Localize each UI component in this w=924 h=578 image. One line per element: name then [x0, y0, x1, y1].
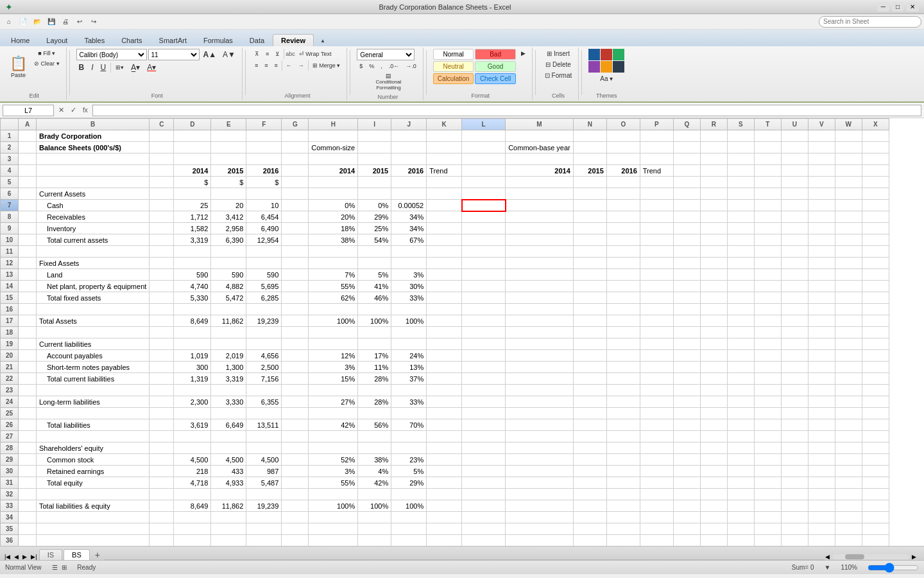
- cell-N17[interactable]: [573, 315, 606, 327]
- cell-A26[interactable]: [19, 419, 37, 431]
- cell-O18[interactable]: [606, 327, 640, 338]
- cell-L7[interactable]: [462, 200, 506, 211]
- number-format-select[interactable]: General: [357, 49, 415, 60]
- cell-A36[interactable]: [19, 535, 37, 547]
- cell-E10[interactable]: 6,390: [211, 234, 246, 246]
- cell-F15[interactable]: 6,285: [246, 292, 282, 304]
- font-increase-btn[interactable]: A▲: [201, 49, 219, 60]
- cell-U26[interactable]: [781, 419, 808, 431]
- cell-K26[interactable]: [427, 419, 462, 431]
- col-header-T[interactable]: T: [754, 119, 781, 130]
- sheet-nav-last[interactable]: ▶|: [29, 554, 38, 560]
- cell-D15[interactable]: 5,330: [174, 292, 211, 304]
- cell-T25[interactable]: [754, 408, 781, 419]
- cell-V3[interactable]: [808, 153, 835, 165]
- cell-P14[interactable]: [640, 281, 673, 292]
- col-header-S[interactable]: S: [727, 119, 754, 130]
- cell-P18[interactable]: [640, 327, 673, 338]
- cell-M33[interactable]: [506, 500, 574, 512]
- cell-K28[interactable]: [427, 442, 462, 454]
- cell-V8[interactable]: [808, 211, 835, 223]
- fill-button[interactable]: ■ Fill ▾: [31, 49, 62, 58]
- cell-X27[interactable]: [862, 431, 889, 442]
- row-header-9[interactable]: 9: [1, 223, 19, 234]
- cell-G32[interactable]: [282, 489, 309, 500]
- cell-G16[interactable]: [282, 304, 309, 315]
- cell-O5[interactable]: [606, 177, 640, 188]
- cell-H8[interactable]: 20%: [309, 211, 358, 223]
- row-header-19[interactable]: 19: [1, 338, 19, 350]
- cell-T32[interactable]: [754, 489, 781, 500]
- cell-K35[interactable]: [427, 523, 462, 535]
- cell-K36[interactable]: [427, 535, 462, 547]
- cell-Q1[interactable]: [673, 130, 700, 142]
- search-sheet-input[interactable]: [819, 16, 921, 28]
- cell-W25[interactable]: [835, 408, 862, 419]
- cell-G27[interactable]: [282, 431, 309, 442]
- cell-J16[interactable]: [391, 304, 427, 315]
- cell-F25[interactable]: [246, 408, 282, 419]
- cell-P1[interactable]: [640, 130, 673, 142]
- cell-E36[interactable]: [211, 535, 246, 547]
- cell-J30[interactable]: 5%: [391, 466, 427, 477]
- cell-X34[interactable]: [862, 512, 889, 523]
- cell-U2[interactable]: [781, 142, 808, 153]
- row-header-2[interactable]: 2: [1, 142, 19, 153]
- cell-G4[interactable]: [282, 165, 309, 177]
- cell-N25[interactable]: [573, 408, 606, 419]
- cell-S11[interactable]: [727, 246, 754, 258]
- cell-I5[interactable]: [358, 177, 391, 188]
- cell-B22[interactable]: Total current liabilities: [37, 373, 150, 385]
- cell-S25[interactable]: [727, 408, 754, 419]
- col-header-G[interactable]: G: [282, 119, 309, 130]
- cell-J21[interactable]: 13%: [391, 362, 427, 373]
- cell-U15[interactable]: [781, 292, 808, 304]
- cell-F4[interactable]: 2016: [246, 165, 282, 177]
- cell-N22[interactable]: [573, 373, 606, 385]
- col-header-D[interactable]: D: [174, 119, 211, 130]
- cell-U31[interactable]: [781, 477, 808, 489]
- cell-A3[interactable]: [19, 153, 37, 165]
- cell-U28[interactable]: [781, 442, 808, 454]
- cell-J35[interactable]: [391, 523, 427, 535]
- cell-P25[interactable]: [640, 408, 673, 419]
- cell-T36[interactable]: [754, 535, 781, 547]
- cell-O9[interactable]: [606, 223, 640, 234]
- cell-V24[interactable]: [808, 396, 835, 408]
- cell-E29[interactable]: 4,500: [211, 454, 246, 466]
- cell-Q26[interactable]: [673, 419, 700, 431]
- cell-O24[interactable]: [606, 396, 640, 408]
- cell-V32[interactable]: [808, 489, 835, 500]
- more-styles-btn[interactable]: ▶: [518, 49, 528, 58]
- cell-J22[interactable]: 37%: [391, 373, 427, 385]
- cell-T21[interactable]: [754, 362, 781, 373]
- cell-K25[interactable]: [427, 408, 462, 419]
- sheet-nav-next[interactable]: ▶: [21, 554, 29, 560]
- cell-A35[interactable]: [19, 523, 37, 535]
- cell-E27[interactable]: [211, 431, 246, 442]
- cell-D30[interactable]: 218: [174, 466, 211, 477]
- cell-X28[interactable]: [862, 442, 889, 454]
- cell-X5[interactable]: [862, 177, 889, 188]
- cell-D26[interactable]: 3,619: [174, 419, 211, 431]
- cell-A12[interactable]: [19, 258, 37, 269]
- cell-P36[interactable]: [640, 535, 673, 547]
- cell-B2[interactable]: Balance Sheets (000's/$): [37, 142, 150, 153]
- cell-U23[interactable]: [781, 385, 808, 396]
- cell-E23[interactable]: [211, 385, 246, 396]
- spreadsheet[interactable]: A B C D E F G H I J K L M N O: [0, 118, 924, 546]
- clear-button[interactable]: ⊘ Clear ▾: [31, 59, 62, 68]
- cell-E26[interactable]: 6,649: [211, 419, 246, 431]
- cell-A4[interactable]: [19, 165, 37, 177]
- cell-V12[interactable]: [808, 258, 835, 269]
- cell-E6[interactable]: [211, 188, 246, 200]
- cell-K21[interactable]: [427, 362, 462, 373]
- cell-B10[interactable]: Total current assets: [37, 234, 150, 246]
- cell-E28[interactable]: [211, 442, 246, 454]
- row-header-1[interactable]: 1: [1, 130, 19, 142]
- cell-O13[interactable]: [606, 269, 640, 281]
- cell-S5[interactable]: [727, 177, 754, 188]
- cell-P12[interactable]: [640, 258, 673, 269]
- cell-K27[interactable]: [427, 431, 462, 442]
- cell-Q12[interactable]: [673, 258, 700, 269]
